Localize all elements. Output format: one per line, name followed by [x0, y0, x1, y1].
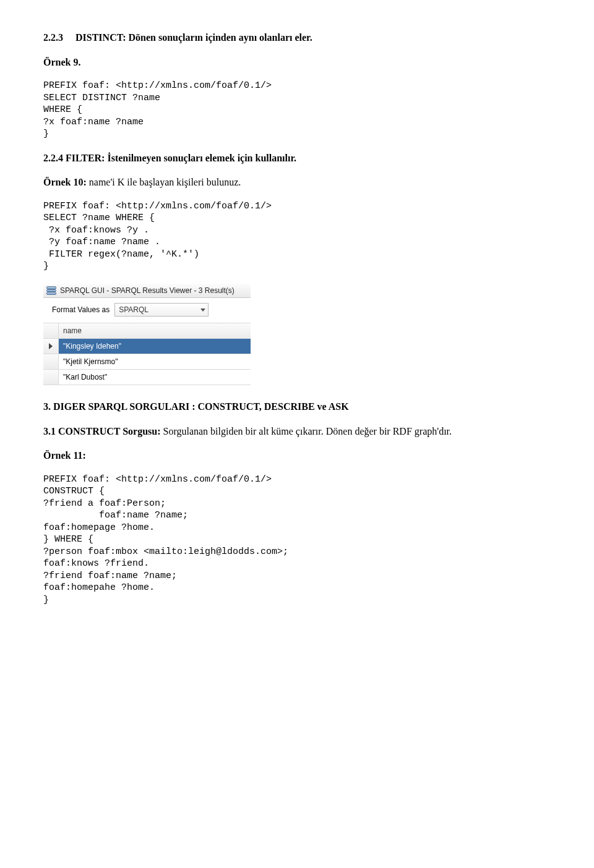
example-9-label: Örnek 9. — [43, 56, 551, 69]
row-marker — [43, 339, 59, 354]
section-3-heading: 3. DIGER SPARQL SORGULARI : CONSTRUCT, D… — [43, 400, 551, 414]
grid-row[interactable]: "Karl Dubost" — [43, 370, 251, 385]
example-11-code: PREFIX foaf: <http://xmlns.com/foaf/0.1/… — [43, 474, 551, 606]
example-10-desc: name'i K ile başlayan kişileri bulunuz. — [87, 177, 241, 187]
format-dropdown-value: SPARQL — [119, 305, 148, 315]
cell-value: "Kingsley Idehen" — [59, 339, 251, 354]
section-3-1-paragraph: 3.1 CONSTRUCT Sorgusu: Sorgulanan bilgid… — [43, 425, 551, 438]
current-row-icon — [49, 343, 53, 349]
window-title: SPARQL GUI - SPARQL Results Viewer - 3 R… — [60, 286, 235, 296]
section-2-2-4-heading: 2.2.4 FILTER: İstenilmeyen sonuçları ele… — [43, 151, 551, 165]
section-3-1-lead: 3.1 CONSTRUCT Sorgusu: — [43, 426, 161, 436]
cell-value: "Kjetil Kjernsmo" — [59, 354, 251, 369]
grid-row[interactable]: "Kjetil Kjernsmo" — [43, 354, 251, 370]
row-marker — [43, 354, 59, 369]
cell-value: "Karl Dubost" — [59, 370, 251, 385]
example-10-heading: Örnek 10: name'i K ile başlayan kişileri… — [43, 176, 551, 189]
grid-header-row: name — [43, 323, 251, 339]
format-label: Format Values as — [52, 305, 110, 315]
window-titlebar: SPARQL GUI - SPARQL Results Viewer - 3 R… — [43, 284, 251, 298]
example-9-code: PREFIX foaf: <http://xmlns.com/foaf/0.1/… — [43, 80, 551, 140]
results-grid: name "Kingsley Idehen" "Kjetil Kjernsmo"… — [43, 323, 251, 385]
sparql-results-window: SPARQL GUI - SPARQL Results Viewer - 3 R… — [43, 284, 251, 385]
section-3-1-rest: Sorgulanan bilgiden bir alt küme çıkarır… — [161, 426, 452, 436]
section-title: DISTINCT: Dönen sonuçların içinden aynı … — [75, 32, 312, 43]
row-marker-header — [43, 323, 59, 338]
section-number: 2.2.3 — [43, 32, 63, 43]
spacer — [66, 32, 73, 43]
grid-row[interactable]: "Kingsley Idehen" — [43, 339, 251, 354]
chevron-down-icon — [200, 308, 205, 312]
example-11-label: Örnek 11: — [43, 449, 551, 462]
column-header-name[interactable]: name — [59, 323, 251, 338]
example-10-code: PREFIX foaf: <http://xmlns.com/foaf/0.1/… — [43, 200, 551, 273]
example-10-label: Örnek 10: — [43, 177, 87, 187]
row-marker — [43, 370, 59, 385]
section-2-2-3-heading: 2.2.3 DISTINCT: Dönen sonuçların içinden… — [43, 31, 551, 45]
database-icon — [46, 286, 56, 295]
toolbar: Format Values as SPARQL — [43, 298, 251, 323]
format-dropdown[interactable]: SPARQL — [114, 303, 209, 317]
